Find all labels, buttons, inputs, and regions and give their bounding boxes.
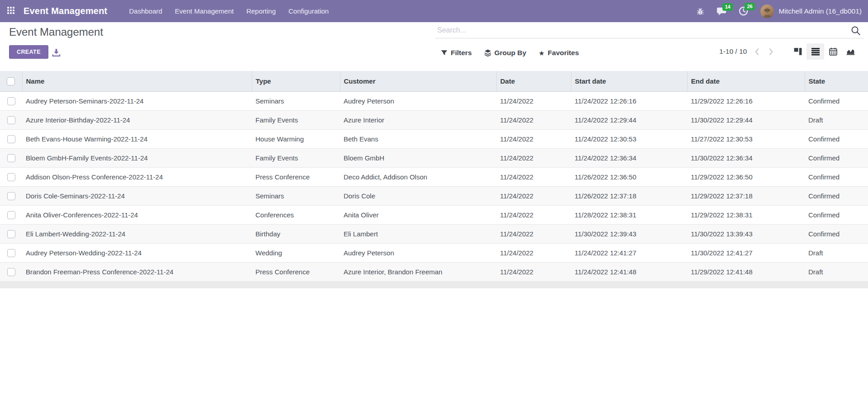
cell-date: 11/24/2022: [496, 205, 571, 224]
search-input[interactable]: [435, 25, 863, 38]
cell-customer: Audrey Peterson: [340, 243, 496, 262]
cell-name: Beth Evans-House Warming-2022-11-24: [22, 129, 252, 148]
messages-count-badge: 14: [722, 3, 732, 11]
cell-start-date: 11/24/2022 12:26:16: [571, 91, 687, 110]
table-row[interactable]: Beth Evans-House Warming-2022-11-24 Hous…: [0, 129, 868, 148]
cell-name: Doris Cole-Seminars-2022-11-24: [22, 186, 252, 205]
row-checkbox[interactable]: [7, 249, 15, 257]
cell-state: Confirmed: [805, 224, 868, 243]
row-checkbox[interactable]: [7, 154, 15, 162]
cell-state: Confirmed: [805, 148, 868, 167]
column-header-state[interactable]: State: [805, 71, 868, 91]
menu-item[interactable]: Event Management: [169, 0, 240, 22]
export-button[interactable]: [51, 47, 61, 57]
cell-start-date: 11/28/2022 12:38:31: [571, 205, 687, 224]
cell-customer: Anita Oliver: [340, 205, 496, 224]
cell-start-date: 11/30/2022 12:39:43: [571, 224, 687, 243]
table-row[interactable]: Eli Lambert-Wedding-2022-11-24 Birthday …: [0, 224, 868, 243]
menu-item[interactable]: Configuration: [282, 0, 335, 22]
filter-bar: Filters Group By ★ Favorites: [441, 47, 579, 59]
cell-name: Anita Oliver-Conferences-2022-11-24: [22, 205, 252, 224]
menu-item[interactable]: Dashboard: [123, 0, 168, 22]
table-body: Audrey Peterson-Seminars-2022-11-24 Semi…: [0, 91, 868, 281]
filters-button[interactable]: Filters: [441, 49, 472, 57]
cell-name: Audrey Peterson-Wedding-2022-11-24: [22, 243, 252, 262]
pager-next-button[interactable]: [767, 48, 775, 56]
cell-customer: Azure Interior, Brandon Freeman: [340, 262, 496, 281]
create-button[interactable]: CREATE: [9, 45, 48, 59]
cell-date: 11/24/2022: [496, 167, 571, 186]
table-row[interactable]: Bloem GmbH-Family Events-2022-11-24 Fami…: [0, 148, 868, 167]
cell-state: Draft: [805, 243, 868, 262]
cell-customer: Eli Lambert: [340, 224, 496, 243]
cell-date: 11/24/2022: [496, 262, 571, 281]
cell-end-date: 11/29/2022 12:26:16: [687, 91, 805, 110]
kanban-view-button[interactable]: [789, 43, 807, 60]
row-checkbox[interactable]: [7, 97, 15, 105]
cell-customer: Bloem GmbH: [340, 148, 496, 167]
table-row[interactable]: Doris Cole-Seminars-2022-11-24 Seminars …: [0, 186, 868, 205]
favorites-button[interactable]: ★ Favorites: [538, 49, 579, 57]
user-menu[interactable]: Mitchell Admin (16_db001): [760, 5, 862, 18]
cell-date: 11/24/2022: [496, 243, 571, 262]
cell-state: Confirmed: [805, 129, 868, 148]
table-row[interactable]: Audrey Peterson-Wedding-2022-11-24 Weddi…: [0, 243, 868, 262]
menu-item[interactable]: Reporting: [240, 0, 282, 22]
apps-menu-icon[interactable]: [7, 7, 16, 16]
column-header-customer[interactable]: Customer: [340, 71, 496, 91]
table-row[interactable]: Brandon Freeman-Press Conference-2022-11…: [0, 262, 868, 281]
row-checkbox[interactable]: [7, 135, 15, 143]
column-header-type[interactable]: Type: [252, 71, 340, 91]
search-icon[interactable]: [851, 26, 861, 36]
cell-date: 11/24/2022: [496, 129, 571, 148]
row-checkbox[interactable]: [7, 230, 15, 238]
cell-start-date: 11/26/2022 12:37:18: [571, 186, 687, 205]
row-checkbox[interactable]: [7, 116, 15, 124]
activities-button[interactable]: 26: [739, 6, 748, 16]
row-checkbox[interactable]: [7, 192, 15, 200]
calendar-view-icon: [829, 47, 837, 56]
view-switcher: [789, 43, 859, 60]
list-view-button[interactable]: [807, 43, 824, 60]
table-row[interactable]: Addison Olson-Press Conference-2022-11-2…: [0, 167, 868, 186]
table-row[interactable]: Azure Interior-Birthday-2022-11-24 Famil…: [0, 110, 868, 129]
export-icon: [52, 48, 61, 57]
cell-type: Wedding: [252, 243, 340, 262]
app-name[interactable]: Event Management: [24, 6, 107, 16]
messages-button[interactable]: 14: [717, 7, 726, 16]
column-header-date[interactable]: Date: [496, 71, 571, 91]
list-view-icon: [811, 47, 820, 56]
cell-type: House Warming: [252, 129, 340, 148]
table-row[interactable]: Audrey Peterson-Seminars-2022-11-24 Semi…: [0, 91, 868, 110]
table-row[interactable]: Anita Oliver-Conferences-2022-11-24 Conf…: [0, 205, 868, 224]
kanban-view-icon: [794, 47, 802, 56]
cell-end-date: 11/30/2022 12:41:27: [687, 243, 805, 262]
debug-bug-icon[interactable]: [696, 7, 704, 15]
pager-value[interactable]: 1-10 / 10: [719, 47, 747, 56]
pager-previous-button[interactable]: [753, 48, 761, 56]
select-all-checkbox[interactable]: [7, 77, 15, 85]
user-name: Mitchell Admin (16_db001): [778, 7, 862, 15]
row-checkbox[interactable]: [7, 211, 15, 219]
column-header-name[interactable]: Name: [22, 71, 252, 91]
cell-start-date: 11/24/2022 12:29:44: [571, 110, 687, 129]
calendar-view-button[interactable]: [824, 43, 842, 60]
cell-customer: Deco Addict, Addison Olson: [340, 167, 496, 186]
pager: 1-10 / 10: [719, 47, 775, 56]
cell-state: Confirmed: [805, 205, 868, 224]
graph-view-button[interactable]: [842, 43, 859, 60]
cell-name: Bloem GmbH-Family Events-2022-11-24: [22, 148, 252, 167]
cell-customer: Azure Interior: [340, 110, 496, 129]
cell-end-date: 11/29/2022 12:36:50: [687, 167, 805, 186]
cell-type: Birthday: [252, 224, 340, 243]
cell-end-date: 11/30/2022 12:29:44: [687, 110, 805, 129]
list-view: Name Type Customer Date Start date End d…: [0, 71, 868, 288]
row-checkbox[interactable]: [7, 173, 15, 181]
cell-state: Confirmed: [805, 91, 868, 110]
group-by-button[interactable]: Group By: [484, 49, 527, 57]
cell-end-date: 11/29/2022 12:37:18: [687, 186, 805, 205]
column-header-end-date[interactable]: End date: [687, 71, 805, 91]
column-header-start-date[interactable]: Start date: [571, 71, 687, 91]
app-window: Event Management DashboardEvent Manageme…: [0, 0, 868, 409]
row-checkbox[interactable]: [7, 268, 15, 276]
